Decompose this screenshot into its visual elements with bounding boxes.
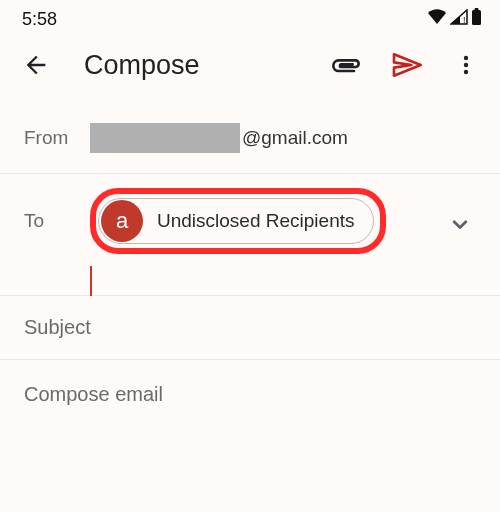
subject-row[interactable]: Subject	[0, 295, 500, 359]
page-title: Compose	[84, 50, 306, 81]
body-input[interactable]: Compose email	[24, 383, 163, 406]
status-icons: !	[427, 8, 482, 31]
from-row[interactable]: From @gmail.com	[0, 103, 500, 173]
chevron-down-icon[interactable]	[446, 210, 474, 242]
send-icon[interactable]	[386, 45, 426, 85]
more-icon[interactable]	[446, 45, 486, 85]
body-row[interactable]: Compose email	[0, 359, 500, 429]
to-label: To	[24, 210, 90, 232]
recipient-chip-label: Undisclosed Recipients	[157, 210, 355, 232]
text-cursor	[90, 266, 92, 296]
svg-rect-2	[475, 8, 479, 11]
svg-text:!: !	[463, 15, 466, 25]
from-label: From	[24, 127, 90, 149]
to-row[interactable]: To a Undisclosed Recipients	[0, 173, 500, 295]
svg-point-4	[464, 63, 468, 67]
subject-input[interactable]: Subject	[24, 316, 91, 339]
app-bar: Compose	[0, 35, 500, 103]
spacer	[24, 264, 90, 296]
status-bar: 5:58 !	[0, 0, 500, 35]
status-time: 5:58	[22, 9, 57, 30]
attach-icon[interactable]	[326, 45, 366, 85]
annotation-highlight: a Undisclosed Recipients	[90, 188, 386, 254]
avatar: a	[101, 200, 143, 242]
back-icon[interactable]	[16, 45, 56, 85]
svg-point-3	[464, 56, 468, 60]
wifi-icon	[427, 9, 447, 30]
svg-rect-1	[472, 10, 481, 25]
battery-icon	[471, 8, 482, 31]
from-domain: @gmail.com	[242, 127, 348, 149]
from-value: @gmail.com	[90, 123, 476, 153]
from-redacted	[90, 123, 240, 153]
svg-point-5	[464, 70, 468, 74]
recipient-chip[interactable]: a Undisclosed Recipients	[98, 198, 374, 244]
signal-icon: !	[450, 9, 468, 30]
